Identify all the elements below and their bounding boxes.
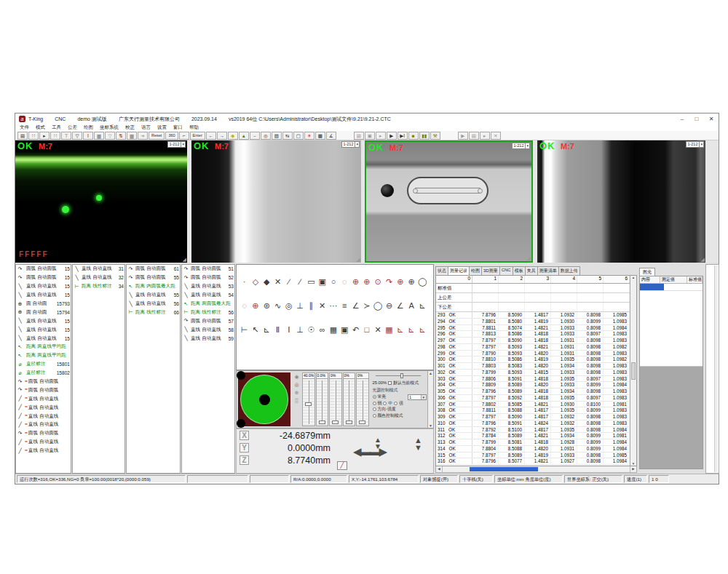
close-button[interactable]: ✕: [704, 114, 719, 124]
camera-channel-select[interactable]: 1-212▾: [512, 143, 530, 149]
record-tab[interactable]: 绘图: [469, 266, 482, 275]
record-tab[interactable]: 状态: [435, 266, 448, 275]
toolbar-button[interactable]: ⚒: [430, 132, 440, 140]
measure-item[interactable]: ↖ 距离 内圆弧最大距: [127, 282, 180, 291]
toolbar-button[interactable]: ✳: [304, 132, 314, 140]
toolbar-button[interactable]: ▩: [315, 132, 325, 140]
camera-channel-select[interactable]: 1-212▾: [686, 141, 704, 148]
measure-item[interactable]: ╲ 直线 自动直线 15: [16, 334, 71, 343]
toolbar-button[interactable]: ▨: [272, 132, 282, 140]
camera-view-1[interactable]: OK M:7 1-212▾ FFFFF ◢: [15, 140, 187, 263]
measure-item[interactable]: ╱ *** 直线 自动直线: [16, 403, 71, 412]
elements-rows-area[interactable]: [640, 291, 703, 367]
right-dock-strip[interactable]: [705, 264, 719, 474]
measure-item[interactable]: ↷ *** 圆弧 自动圆弧: [16, 378, 71, 386]
table-row[interactable]: 306OK 7.8797 8.5092 1.4818 1.0935 0.8097…: [436, 395, 630, 402]
tool-icon[interactable]: ∠: [350, 298, 361, 313]
measure-item[interactable]: ╲ 直线 自动直线 59: [182, 334, 234, 343]
toolbar-button[interactable]: ▮▮: [419, 132, 430, 140]
resize-grip-icon[interactable]: ◢: [527, 255, 531, 261]
toolbar-button[interactable]: ⊤: [61, 132, 71, 140]
tool-icon[interactable]: ∕: [294, 274, 305, 289]
table-row[interactable]: 297OK 7.8797 8.5090 1.4818 1.0931 0.8098…: [436, 338, 630, 344]
table-row[interactable]: 316OK 7.8796 8.5077 1.4821 1.0927 0.8098…: [436, 458, 630, 465]
table-row[interactable]: 300OK 7.8810 8.5086 1.4819 1.0935 0.8098…: [436, 356, 630, 363]
toolbar-button[interactable]: ▆: [94, 132, 104, 140]
toolbar-button[interactable]: ⌐: [179, 132, 189, 140]
table-row[interactable]: 303OK 7.8806 8.5091 1.4818 1.0935 0.8097…: [436, 376, 630, 383]
record-tab[interactable]: 夹具: [525, 266, 538, 275]
tool-icon[interactable]: ◎: [283, 298, 294, 313]
tool-icon[interactable]: ⊛: [261, 298, 272, 313]
table-row[interactable]: 304OK 7.8809 8.5089 1.4820 1.0933 0.8099…: [436, 382, 630, 388]
tool-icon[interactable]: ⊾: [417, 322, 428, 337]
tool-icon[interactable]: ⊥: [294, 298, 305, 313]
light-slider[interactable]: 40.0%: [302, 372, 315, 426]
camera-view-4[interactable]: OK M:7 1-212▾ ◢: [537, 140, 705, 263]
tolerance-row[interactable]: 上公差: [436, 293, 630, 303]
master-slider[interactable]: [376, 373, 422, 378]
table-row[interactable]: 302OK 7.8799 8.5093 1.4815 1.0933 0.8098…: [436, 370, 630, 376]
menu-item[interactable]: 坐标系统: [100, 124, 119, 131]
toolbar-button[interactable]: ➔: [138, 132, 148, 140]
light-slider[interactable]: 0%: [343, 372, 356, 426]
scroll-thumb[interactable]: [470, 467, 538, 471]
table-row[interactable]: 313OK 7.8799 8.5081 1.4818 1.0928 0.8099…: [436, 439, 630, 446]
y-axis-icon[interactable]: Y: [240, 443, 249, 453]
toolbar-button[interactable]: ⇆: [282, 132, 293, 140]
slider-track[interactable]: [357, 379, 368, 426]
measure-item[interactable]: ↷ 圆弧 自动圆弧 57: [182, 316, 234, 325]
selected-element-row[interactable]: [640, 284, 703, 291]
scroll-down-icon[interactable]: ▼: [428, 423, 433, 428]
toolbar-button[interactable]: ▆: [127, 132, 137, 140]
measure-item[interactable]: ↖ 距离 两直线平均距: [16, 343, 71, 351]
light-slider[interactable]: 0%: [329, 372, 342, 426]
record-tab[interactable]: 数据上传: [558, 266, 580, 275]
jog-pad[interactable]: ◀▬▬▶ ▲▼: [353, 438, 404, 464]
camera-view-2[interactable]: OK M:7 1-212▾ ◢: [191, 140, 361, 263]
resize-grip-icon[interactable]: ◢: [357, 257, 360, 263]
table-row[interactable]: 293OK 7.8796 8.5090 1.4817 1.0932 0.8098…: [436, 312, 630, 319]
level-radio[interactable]: [383, 402, 387, 405]
z-jog-pad[interactable]: ▲▼: [414, 437, 422, 451]
measure-item[interactable]: ⊢ 距离 线性标注 56: [182, 308, 234, 316]
slider-track[interactable]: [344, 379, 355, 426]
camera-channel-select[interactable]: 1-212▾: [167, 141, 186, 148]
table-row[interactable]: 294OK 7.8801 8.5080 1.4819 1.0930 0.8099…: [436, 319, 630, 325]
table-row[interactable]: 308OK 7.8811 8.5088 1.4817 1.0935 0.8099…: [436, 407, 630, 414]
measure-item[interactable]: ╲ 直线 自动直线 15: [16, 282, 71, 291]
tool-icon[interactable]: ⊕: [250, 298, 261, 313]
table-row[interactable]: 301OK 7.8803 8.5083 1.4820 1.0934 0.8098…: [436, 363, 630, 370]
level-radio[interactable]: [373, 402, 376, 405]
tool-icon[interactable]: ⊾: [395, 322, 405, 337]
tool-icon[interactable]: ◯: [417, 274, 428, 289]
scroll-right-icon[interactable]: ▶: [630, 466, 636, 472]
menu-item[interactable]: 语言: [141, 124, 151, 131]
default-mode-checkbox[interactable]: [388, 381, 392, 385]
measure-item[interactable]: ╲ 直线 自动直线 56: [127, 300, 180, 308]
tool-icon[interactable]: ✕: [317, 298, 328, 313]
tool-icon[interactable]: ✕: [272, 274, 283, 289]
measure-item[interactable]: ╱ *** 直线 自动直线: [16, 412, 71, 420]
channel-dropdown[interactable]: 1▾: [408, 394, 427, 400]
measure-item[interactable]: ↷ 圆弧 自动圆弧 61: [127, 265, 180, 274]
toolbar-button[interactable]: ⇅: [116, 132, 126, 140]
tool-icon[interactable]: ⊙: [373, 274, 384, 289]
tool-icon[interactable]: ∥: [306, 298, 317, 313]
toolbar-button[interactable]: ▤: [469, 132, 479, 140]
table-row[interactable]: 305OK 7.8796 8.5089 1.4818 1.0934 0.8098…: [436, 388, 630, 395]
tool-icon[interactable]: ≡: [339, 298, 350, 313]
table-row[interactable]: 299OK 7.8790 8.5093 1.4820 1.0931 0.8098…: [436, 351, 630, 357]
measure-item[interactable]: ╱ *** 直线 自动直线: [16, 447, 71, 455]
resize-grip-icon[interactable]: ◢: [183, 257, 186, 263]
tool-icon[interactable]: ⊕: [361, 274, 372, 289]
mode-radio[interactable]: [373, 407, 376, 411]
slider-thumb[interactable]: [359, 420, 365, 424]
measure-item[interactable]: ╲ 直线 自动直线 15: [16, 325, 71, 334]
tool-icon[interactable]: Ⅱ: [272, 322, 283, 337]
measure-item[interactable]: ↷ 圆弧 自动圆弧 55: [127, 274, 180, 282]
tool-icon[interactable]: ·: [239, 274, 250, 289]
toolbar-button[interactable]: ◆: [228, 132, 238, 140]
scroll-down-icon[interactable]: ▼: [630, 462, 636, 466]
menu-item[interactable]: 绘图: [84, 124, 93, 131]
